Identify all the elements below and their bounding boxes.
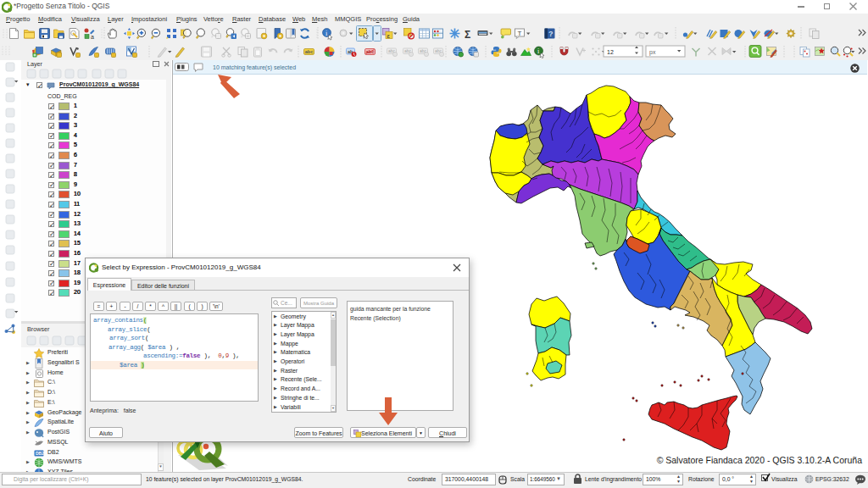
svg-text:abc: abc: [305, 49, 313, 54]
svg-text:?: ?: [548, 30, 554, 38]
svg-text:ε: ε: [387, 32, 391, 40]
svg-text:T: T: [518, 30, 522, 37]
svg-text:DB2: DB2: [36, 451, 44, 456]
svg-text:a: a: [91, 34, 94, 40]
svg-text:Σ: Σ: [465, 29, 470, 41]
svg-text:px: px: [649, 49, 656, 56]
svg-text:12: 12: [607, 49, 614, 55]
